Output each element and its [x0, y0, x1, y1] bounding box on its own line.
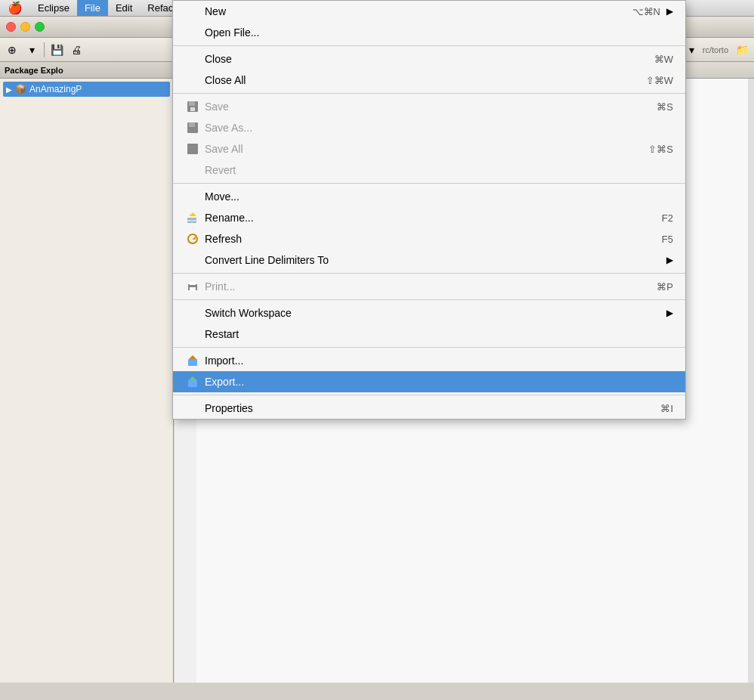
menu-separator [173, 183, 685, 184]
menu-label-refresh: Refresh [205, 233, 647, 245]
menu-shortcut-rename: F2 [662, 212, 673, 224]
menu-icon-close_all [185, 73, 200, 88]
menu-item-move[interactable]: Move... [173, 186, 685, 207]
menu-label-restart: Restart [205, 328, 673, 340]
svg-rect-2 [190, 107, 195, 111]
menu-separator [173, 395, 685, 395]
menu-item-convert[interactable]: Convert Line Delimiters To▶ [173, 249, 685, 271]
menu-label-save_all: Save All [205, 143, 633, 155]
menu-label-import: Import... [205, 355, 673, 367]
svg-marker-16 [189, 376, 196, 380]
menu-icon-convert [185, 252, 200, 268]
menu-arrow-convert: ▶ [666, 255, 673, 265]
menu-item-revert: Revert [173, 160, 685, 181]
menu-item-save: Save⌘S [173, 96, 685, 117]
menu-icon-restart [185, 327, 200, 342]
menu-arrow-new: ▶ [666, 6, 673, 17]
menu-item-new[interactable]: New⌥⌘N▶ [173, 1, 685, 22]
menu-item-properties[interactable]: Properties⌘I [173, 398, 685, 419]
menu-label-export: Export... [205, 376, 673, 388]
menu-label-switch_workspace: Switch Workspace [205, 307, 660, 319]
menu-label-save: Save [205, 101, 641, 113]
menu-separator [173, 299, 685, 300]
menu-label-move: Move... [205, 190, 673, 203]
menu-separator [173, 273, 685, 274]
menu-shortcut-new: ⌥⌘N [632, 6, 660, 17]
menu-arrow-switch_workspace: ▶ [666, 308, 673, 318]
menu-item-print: Print...⌘P [173, 276, 685, 297]
menu-shortcut-print: ⌘P [657, 281, 673, 293]
svg-rect-11 [190, 287, 196, 291]
menu-shortcut-save_all: ⇧⌘S [648, 144, 673, 155]
svg-marker-14 [189, 355, 196, 359]
menu-label-new: New [205, 5, 617, 17]
menu-separator [173, 45, 685, 46]
menu-item-close[interactable]: Close⌘W [173, 48, 685, 70]
menu-item-close_all[interactable]: Close All⇧⌘W [173, 70, 685, 91]
menu-icon-save [185, 99, 200, 114]
menu-label-revert: Revert [205, 164, 673, 176]
menu-icon-refresh [185, 231, 200, 246]
menu-label-rename: Rename... [205, 212, 647, 224]
menu-icon-new [185, 4, 200, 19]
menu-icon-rename [185, 210, 200, 225]
svg-rect-13 [188, 359, 197, 366]
menu-label-open_file: Open File... [205, 26, 673, 39]
svg-rect-12 [190, 281, 196, 285]
menu-item-restart[interactable]: Restart [173, 324, 685, 345]
menu-icon-save_all [185, 141, 200, 156]
menu-icon-close [185, 51, 200, 67]
menu-icon-save_as [185, 120, 200, 135]
svg-rect-15 [188, 380, 197, 387]
menu-item-rename[interactable]: Rename...F2 [173, 207, 685, 228]
svg-rect-5 [187, 144, 198, 154]
svg-rect-4 [189, 122, 195, 127]
menu-item-open_file[interactable]: Open File... [173, 22, 685, 43]
menu-separator [173, 347, 685, 348]
svg-marker-7 [189, 212, 196, 216]
menu-shortcut-close_all: ⇧⌘W [646, 75, 673, 86]
svg-rect-1 [189, 101, 195, 106]
menu-icon-open_file [185, 25, 200, 40]
dropdown-overlay[interactable]: New⌥⌘N▶Open File...Close⌘WClose All⇧⌘WSa… [0, 0, 754, 700]
menu-icon-move [185, 189, 200, 204]
menu-icon-switch_workspace [185, 305, 200, 321]
menu-label-close: Close [205, 53, 639, 65]
menu-icon-revert [185, 163, 200, 178]
menu-separator [173, 93, 685, 94]
menu-label-convert: Convert Line Delimiters To [205, 254, 660, 266]
menu-label-close_all: Close All [205, 74, 631, 86]
menu-shortcut-properties: ⌘I [660, 403, 673, 414]
menu-item-export[interactable]: Export... [173, 371, 685, 392]
menu-icon-export [185, 374, 200, 389]
menu-label-properties: Properties [205, 402, 645, 414]
menu-item-import[interactable]: Import... [173, 350, 685, 371]
menu-label-save_as: Save As... [205, 122, 673, 134]
menu-shortcut-save: ⌘S [657, 101, 673, 113]
menu-icon-import [185, 353, 200, 368]
menu-shortcut-close: ⌘W [654, 54, 673, 65]
menu-shortcut-refresh: F5 [662, 234, 673, 245]
menu-item-save_all: Save All⇧⌘S [173, 138, 685, 160]
menu-label-print: Print... [205, 280, 641, 293]
menu-icon-print [185, 279, 200, 294]
file-menu: New⌥⌘N▶Open File...Close⌘WClose All⇧⌘WSa… [172, 0, 686, 420]
menu-item-refresh[interactable]: RefreshF5 [173, 228, 685, 249]
menu-item-save_as: Save As... [173, 117, 685, 138]
menu-icon-properties [185, 401, 200, 416]
menu-item-switch_workspace[interactable]: Switch Workspace▶ [173, 302, 685, 324]
